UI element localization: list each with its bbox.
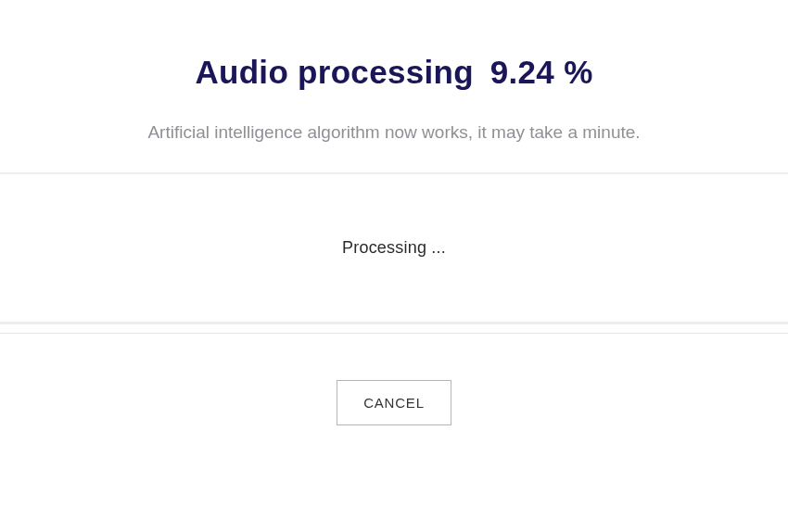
subtitle: Artificial intelligence algorithm now wo…	[0, 122, 788, 143]
title-row: Audio processing 9.24 %	[195, 54, 592, 91]
title-label: Audio processing	[195, 54, 473, 91]
processing-status: Processing ...	[342, 238, 446, 258]
header: Audio processing 9.24 % Artificial intel…	[0, 0, 788, 143]
progress-percent: 9.24 %	[490, 54, 593, 91]
cancel-button[interactable]: CANCEL	[337, 380, 451, 425]
audio-processing-dialog: Audio processing 9.24 % Artificial intel…	[0, 0, 788, 532]
footer: CANCEL	[0, 334, 788, 425]
status-band: Processing ...	[0, 174, 788, 324]
